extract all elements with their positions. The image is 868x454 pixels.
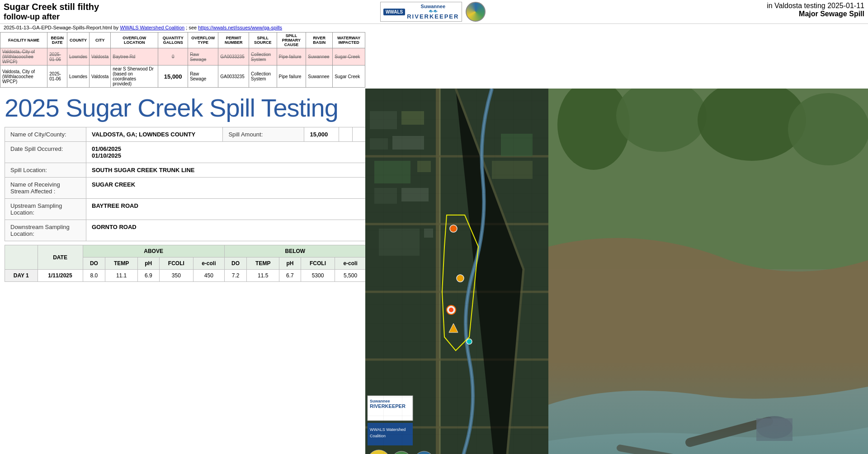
cell-overflow-type: Raw Sewage bbox=[188, 48, 218, 66]
downstream-label: Downstream Sampling Location: bbox=[5, 220, 86, 241]
col-waterway: WATERWAY IMPACTED bbox=[333, 33, 365, 48]
header-title-line1: Sugar Creek still filthy bbox=[4, 2, 99, 12]
svg-text:RIVERKEEPER: RIVERKEEPER bbox=[370, 403, 406, 409]
day1-above-ph: 6.9 bbox=[137, 270, 159, 282]
info-row-downstream: Downstream Sampling Location: GORNTO ROA… bbox=[5, 220, 366, 241]
link-sep: ; see bbox=[186, 25, 198, 30]
col-primary-cause: SPILL PRIMARY CAUSE bbox=[277, 33, 306, 48]
spill-amount-value: 15,000 bbox=[304, 127, 339, 142]
svg-rect-3 bbox=[370, 138, 388, 150]
info-table: Name of City/County: VALDOSTA, GA; LOWND… bbox=[5, 127, 366, 241]
page-wrapper: Sugar Creek still filthy follow-up after… bbox=[0, 0, 868, 454]
above-header: ABOVE bbox=[83, 245, 224, 257]
main-title: 2025 Sugar Creek Spill Testing bbox=[0, 89, 365, 127]
above-temp-header: TEMP bbox=[105, 257, 138, 270]
day1-above-ecoli: 450 bbox=[193, 270, 225, 282]
cell-cause: Pipe failure bbox=[277, 48, 306, 66]
table-row: Valdosta, City of (Withlacoochee WPCP) 2… bbox=[0, 48, 365, 66]
ga-spills-link[interactable]: https://wwals.net/issues/www/ga-spills bbox=[198, 25, 282, 30]
cell-county: Lowndes bbox=[67, 66, 90, 88]
header-left: Sugar Creek still filthy follow-up after bbox=[4, 2, 99, 22]
svg-point-7 bbox=[447, 305, 456, 314]
svg-point-33 bbox=[788, 93, 868, 165]
location-value: SOUTH SUGAR CREEK TRUNK LINE bbox=[86, 163, 366, 178]
spill-amount-empty bbox=[339, 127, 353, 142]
svg-rect-1 bbox=[370, 111, 397, 129]
satellite-map: Suwannee RIVERKEEPER WWALS Watershed Coa… bbox=[365, 89, 548, 454]
svg-rect-19 bbox=[368, 396, 413, 421]
link-row: 2025-01-13--GA-EPD-Sewage-Spills-Report.… bbox=[0, 24, 868, 31]
svg-rect-22 bbox=[368, 423, 413, 445]
col-county: COUNTY bbox=[67, 33, 90, 48]
empty-corner-1 bbox=[5, 245, 38, 270]
svg-text:WWALS Watershed: WWALS Watershed bbox=[370, 427, 406, 432]
measure-row-day1: DAY 1 1/11/2025 8.0 11.1 6.9 350 450 7.2… bbox=[5, 270, 366, 282]
header-right: in Valdosta testing 2025-01-11 Major Sew… bbox=[767, 2, 864, 18]
svg-rect-0 bbox=[365, 89, 548, 454]
logo-top-row: WWALS Suwannee 🐟🐟 RIVERKEEPER bbox=[383, 4, 459, 20]
header-right-line2: Major Sewage Spill bbox=[767, 10, 864, 18]
seal-icon bbox=[466, 2, 486, 22]
svg-point-10 bbox=[467, 339, 472, 344]
photo-svg bbox=[548, 89, 868, 454]
epa-table: FACILITY NAME BEGIN DATE COUNTY CITY OVE… bbox=[0, 32, 365, 88]
info-row-upstream: Upstream Sampling Location: BAYTREE ROAD bbox=[5, 199, 366, 220]
day1-below-fcoli: 5300 bbox=[301, 270, 335, 282]
day1-date: 1/11/2025 bbox=[38, 270, 83, 282]
col-overflow-loc: OVERFLOW LOCATION bbox=[111, 33, 158, 48]
col-spill-source: SPILL SOURCE bbox=[249, 33, 277, 48]
svg-rect-17 bbox=[379, 229, 420, 256]
svg-rect-4 bbox=[392, 136, 424, 150]
date-label: Date Spill Occurred: bbox=[5, 142, 86, 163]
cell-spill-source: Collection System bbox=[249, 66, 277, 88]
info-row-location: Spill Location: SOUTH SUGAR CREEK TRUNK … bbox=[5, 163, 366, 178]
cell-location: near S Sherwood Dr (based on coordinates… bbox=[111, 66, 158, 88]
svg-text:Coalition: Coalition bbox=[370, 434, 386, 438]
col-city: CITY bbox=[90, 33, 111, 48]
below-header: BELOW bbox=[224, 245, 366, 257]
day1-below-do: 7.2 bbox=[224, 270, 247, 282]
suwannee-label: Suwannee bbox=[421, 4, 445, 9]
cell-date: 2025-01-06 bbox=[47, 48, 67, 66]
map-svg: Suwannee RIVERKEEPER WWALS Watershed Coa… bbox=[365, 89, 548, 454]
measure-header-row1: DATE ABOVE BELOW bbox=[5, 245, 366, 257]
svg-rect-11 bbox=[374, 161, 410, 183]
col-river-basin: RIVER BASIN bbox=[306, 33, 333, 48]
svg-point-5 bbox=[450, 225, 457, 232]
cell-facility: Valdosta, City of (Withlacoochee WPCP) bbox=[0, 48, 47, 66]
cell-date: 2025-01-06 bbox=[47, 66, 67, 88]
svg-point-6 bbox=[457, 275, 464, 282]
left-panel: 2025 Sugar Creek Spill Testing Name of C… bbox=[0, 89, 365, 454]
svg-point-27 bbox=[414, 451, 434, 454]
header-center: WWALS Suwannee 🐟🐟 RIVERKEEPER bbox=[380, 2, 486, 22]
wwals-label: WWALS bbox=[386, 9, 403, 14]
col-permit: PERMIT NUMBER bbox=[218, 33, 249, 48]
svg-rect-12 bbox=[417, 161, 431, 172]
table-row: Valdosta, City of (Withlacoochee WPCP) 2… bbox=[0, 66, 365, 88]
day1-below-temp: 11.5 bbox=[247, 270, 279, 282]
cell-city: Valdosta bbox=[90, 48, 111, 66]
col-quantity: QUANTITY GALLONS bbox=[158, 33, 188, 48]
epa-table-container: FACILITY NAME BEGIN DATE COUNTY CITY OVE… bbox=[0, 31, 868, 89]
cell-basin: Suwannee bbox=[306, 66, 333, 88]
wwals-link[interactable]: WWALS Watershed Coalition bbox=[120, 25, 184, 30]
upstream-label: Upstream Sampling Location: bbox=[5, 199, 86, 220]
day1-label: DAY 1 bbox=[5, 270, 38, 282]
cell-waterway: Sugar Creek bbox=[333, 66, 365, 88]
map-panel: Suwannee RIVERKEEPER WWALS Watershed Coa… bbox=[365, 89, 548, 454]
cell-county: Lowndes bbox=[67, 48, 90, 66]
suwannee-section: Suwannee 🐟🐟 RIVERKEEPER bbox=[407, 4, 459, 20]
cell-waterway: Sugar Creek bbox=[333, 48, 365, 66]
riverkeeper-label: RIVERKEEPER bbox=[407, 13, 459, 20]
above-do-header: DO bbox=[83, 257, 105, 270]
header-title-line2: follow-up after bbox=[4, 12, 99, 22]
info-row-stream: Name of Receiving Stream Affected : SUGA… bbox=[5, 178, 366, 199]
day1-above-temp: 11.1 bbox=[105, 270, 138, 282]
cell-permit: GA0033235 bbox=[218, 48, 249, 66]
stream-label: Name of Receiving Stream Affected : bbox=[5, 178, 86, 199]
svg-rect-34 bbox=[684, 416, 774, 448]
cell-permit: GA0033235 bbox=[218, 66, 249, 88]
info-row-date: Date Spill Occurred: 01/06/202501/10/202… bbox=[5, 142, 366, 163]
cell-cause: Pipe failure bbox=[277, 66, 306, 88]
below-ecoli-header: e-coli bbox=[335, 257, 366, 270]
